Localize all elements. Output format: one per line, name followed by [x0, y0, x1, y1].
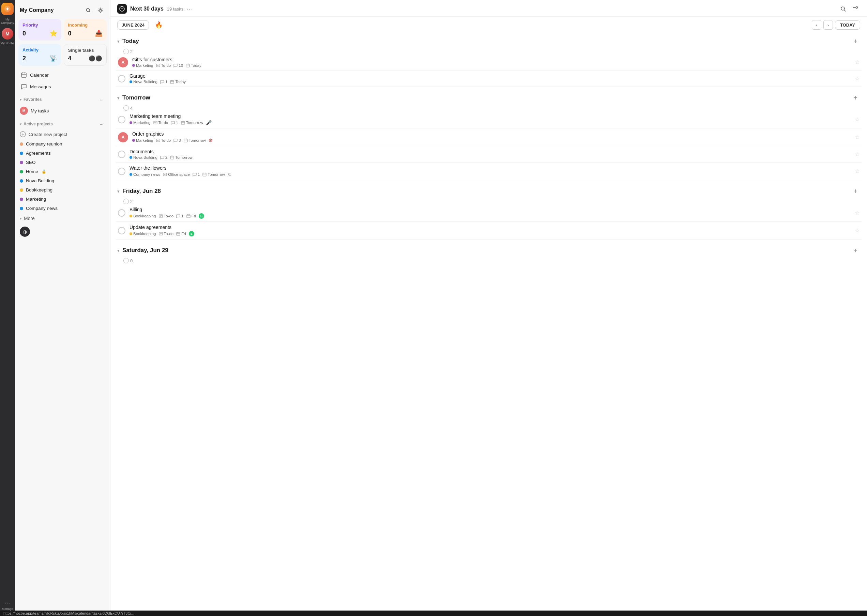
today-button[interactable]: TODAY	[835, 20, 860, 30]
task-item-t5[interactable]: Documents Nova Building 2 Tomorrow ☆	[116, 146, 862, 162]
favorites-section-header: ▾ Favorites ···	[15, 92, 110, 105]
sidebar-item-agreements[interactable]: Agreements	[15, 149, 110, 158]
task-meta: Marketing To-do 1 Tomorrow 🎤	[129, 120, 851, 126]
add-task-button[interactable]: +	[851, 186, 860, 196]
sidebar-item-messages[interactable]: Messages	[17, 81, 108, 92]
projects-chevron[interactable]: ▾	[20, 122, 22, 126]
task-extra-icon: 🎤	[206, 120, 212, 126]
task-star-button[interactable]: ☆	[855, 209, 859, 216]
project-name: Company news	[26, 206, 58, 211]
task-star-button[interactable]: ☆	[855, 59, 859, 65]
sidebar-footer: ◑	[15, 224, 110, 239]
calendar-label: Calendar	[30, 72, 49, 78]
sidebar-item-nova-building[interactable]: Nova Building	[15, 176, 110, 185]
status-url: https://nozbe.app/teams/lvfoRskuJouo1hMs…	[3, 611, 134, 615]
favorites-more-button[interactable]: ···	[98, 96, 105, 103]
task-comments-tag: 10	[173, 63, 183, 68]
task-item-t4[interactable]: A Order graphics Marketing To-do 3 Tomor…	[116, 129, 862, 146]
task-item-t8[interactable]: Update agreements Bookkeeping To-do Fri …	[116, 222, 862, 239]
task-date-tag: Tomorrow	[170, 156, 192, 159]
task-list: ▾ Today + 2 A Gifts for customers Market…	[110, 33, 867, 616]
day-chevron-icon[interactable]: ▾	[117, 189, 120, 194]
task-star-button[interactable]: ☆	[855, 168, 859, 174]
task-avatar: A	[118, 57, 128, 68]
day-chevron-icon[interactable]: ▾	[117, 96, 120, 101]
more-section[interactable]: ▾ More	[15, 213, 110, 224]
project-color-dot	[129, 121, 132, 124]
theme-toggle-button[interactable]: ◑	[20, 226, 30, 237]
svg-line-10	[844, 10, 845, 11]
task-section-tag: To-do	[159, 214, 174, 218]
task-content: Billing Bookkeeping To-do 1 Fri S	[129, 207, 851, 219]
add-task-button[interactable]: +	[851, 93, 860, 102]
extra-icon-glyph: 🎤	[206, 120, 212, 126]
task-checkbox[interactable]	[118, 75, 126, 82]
task-star-button[interactable]: ☆	[855, 151, 859, 157]
sidebar-item-company-news[interactable]: Company news	[15, 204, 110, 213]
month-selector-button[interactable]: JUNE 2024	[117, 20, 149, 30]
messages-label: Messages	[30, 84, 51, 89]
quick-cards-row2: Activity 2 📡 Single tasks 4 ⚫⚫	[15, 44, 110, 69]
task-star-button[interactable]: ☆	[855, 116, 859, 123]
sidebar-item-seo[interactable]: SEO	[15, 158, 110, 167]
favorites-title: Favorites	[24, 97, 42, 102]
project-color-dot	[132, 64, 135, 67]
add-task-button[interactable]: +	[851, 246, 860, 255]
task-comments-tag: 1	[171, 121, 178, 125]
task-item-t1[interactable]: A Gifts for customers Marketing To-do 10…	[116, 54, 862, 71]
priority-card[interactable]: Priority 0 ⭐	[19, 19, 61, 41]
single-tasks-count: 4	[68, 55, 72, 62]
task-content: Update agreements Bookkeeping To-do Fri …	[129, 225, 851, 236]
user-avatar[interactable]: M	[2, 28, 13, 39]
activity-card[interactable]: Activity 2 📡	[19, 44, 61, 66]
task-checkbox[interactable]	[118, 209, 126, 217]
settings-button[interactable]	[96, 5, 105, 15]
day-section-friday-jun-28: ▾ Friday, Jun 28 + 2 Billing Bookkeeping…	[116, 183, 862, 239]
app-logo[interactable]	[2, 3, 14, 15]
sidebar-header-actions	[83, 5, 105, 15]
task-star-button[interactable]: ☆	[855, 134, 859, 140]
svg-rect-17	[186, 64, 189, 67]
task-content: Marketing team meeting Marketing To-do 1…	[129, 113, 851, 126]
fire-icon: 🔥	[155, 21, 162, 28]
task-star-button[interactable]: ☆	[855, 75, 859, 82]
search-button[interactable]	[83, 5, 93, 15]
topbar-task-count: 19 tasks	[167, 6, 183, 12]
task-comments-tag: 1	[160, 80, 167, 84]
add-task-button[interactable]: +	[851, 36, 860, 46]
sidebar-item-calendar[interactable]: Calendar	[17, 69, 108, 81]
prev-period-button[interactable]: ‹	[812, 20, 821, 30]
single-tasks-card[interactable]: Single tasks 4 ⚫⚫	[64, 44, 107, 66]
sidebar-item-company-reunion[interactable]: Company reunion	[15, 139, 110, 149]
favorites-chevron[interactable]: ▾	[20, 97, 22, 102]
sidebar-item-home[interactable]: Home 🔒	[15, 167, 110, 176]
task-extra-icon: ❊	[209, 138, 212, 143]
task-star-button[interactable]: ☆	[855, 227, 859, 234]
task-checkbox[interactable]	[118, 116, 126, 123]
task-checkbox[interactable]	[118, 227, 126, 234]
task-item-t6[interactable]: Water the flowers Company news Office sp…	[116, 162, 862, 180]
sidebar-item-my-tasks[interactable]: M My tasks	[15, 105, 110, 117]
search-tasks-button[interactable]	[839, 4, 848, 14]
day-chevron-icon[interactable]: ▾	[117, 248, 120, 253]
task-content: Water the flowers Company news Office sp…	[129, 165, 851, 177]
topbar-more-button[interactable]: ···	[187, 5, 192, 13]
sidebar-item-bookkeeping[interactable]: Bookkeeping	[15, 185, 110, 195]
create-project-item[interactable]: + Create new project	[15, 129, 110, 139]
filter-button[interactable]	[851, 4, 860, 14]
task-checkbox[interactable]	[118, 151, 126, 158]
task-item-t3[interactable]: Marketing team meeting Marketing To-do 1…	[116, 111, 862, 129]
projects-more-button[interactable]: ···	[98, 120, 105, 128]
priority-card-count: 0	[22, 30, 26, 37]
day-chevron-icon[interactable]: ▾	[117, 39, 120, 44]
incoming-card[interactable]: Incoming 0 📥	[64, 19, 107, 41]
task-item-t2[interactable]: Garage Nova Building 1 Today ☆	[116, 71, 862, 87]
task-item-t7[interactable]: Billing Bookkeeping To-do 1 Fri S ☆	[116, 204, 862, 222]
task-name: Billing	[129, 207, 851, 212]
sidebar-nav: Calendar Messages	[15, 69, 110, 92]
day-header-left: ▾ Friday, Jun 28	[117, 188, 161, 195]
incoming-card-count: 0	[68, 30, 72, 37]
next-period-button[interactable]: ›	[823, 20, 833, 30]
task-checkbox[interactable]	[118, 168, 126, 175]
sidebar-item-marketing[interactable]: Marketing	[15, 195, 110, 204]
